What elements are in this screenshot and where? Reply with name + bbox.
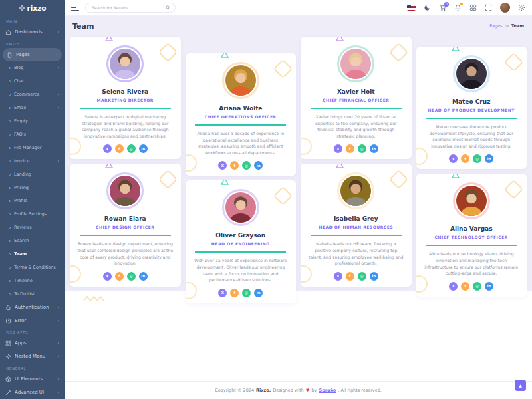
sidebar-item-authentication[interactable]: Authentication› [0, 301, 65, 314]
sidebar-item-ecommerce[interactable]: Ecommerce› [0, 88, 65, 101]
facebook-icon[interactable]: f [346, 272, 354, 281]
x-icon[interactable]: X [103, 272, 112, 281]
chevron-icon: › [55, 54, 59, 56]
linkedin-icon[interactable]: in [370, 272, 378, 281]
x-icon[interactable]: X [449, 154, 458, 163]
sidebar-item-chat[interactable]: Chat [0, 74, 65, 88]
sidebar-item-file-manager[interactable]: File Manager [0, 141, 65, 154]
sidebar-subitem-label: Email [14, 105, 26, 110]
sidebar-item-team[interactable]: Team [0, 247, 65, 261]
sidebar-item-search[interactable]: Search [0, 234, 65, 247]
sidebar-item-ui-elements[interactable]: UI Elements› [0, 372, 65, 386]
social-links: Xf◎in [422, 282, 521, 291]
cards-column-1: Selena RiveraMarketing DirectorSelena is… [70, 37, 181, 308]
x-icon[interactable]: X [218, 289, 227, 297]
x-icon[interactable]: X [449, 282, 458, 291]
sidebar-item-terms-conditions[interactable]: Terms & Conditions [0, 261, 65, 274]
sidebar-item-faq-s[interactable]: FAQ's [0, 128, 65, 141]
instagram-icon[interactable]: ◎ [127, 272, 136, 281]
linkedin-icon[interactable]: in [254, 289, 263, 297]
language-flag-icon[interactable] [407, 5, 416, 11]
sidebar-section-label: PAGES [0, 39, 65, 48]
bullet-icon [9, 107, 11, 109]
x-icon[interactable]: X [103, 144, 112, 153]
sidebar-item-landing[interactable]: Landing [0, 168, 65, 181]
bullet-icon [9, 240, 11, 242]
instagram-icon[interactable]: ◎ [473, 154, 481, 163]
team-member-card: Xavier HoltChief Financial OfficerXavier… [301, 37, 412, 159]
sidebar-item-apps[interactable]: Apps› [0, 336, 65, 350]
linkedin-icon[interactable]: in [139, 144, 148, 153]
facebook-icon[interactable]: f [115, 144, 124, 153]
brand-name: rixzo [27, 4, 47, 12]
linkedin-icon[interactable]: in [370, 144, 378, 153]
gear-icon [5, 354, 11, 360]
footer-by: by [311, 388, 317, 393]
cart-badge: 0 [444, 2, 449, 7]
x-icon[interactable]: X [334, 144, 342, 153]
brand-logo[interactable]: rixzo [0, 0, 65, 16]
facebook-icon[interactable]: f [115, 272, 124, 281]
notifications-bell-icon[interactable] [454, 4, 462, 11]
settings-gear-icon[interactable] [518, 4, 525, 11]
facebook-icon[interactable]: f [230, 161, 239, 170]
footer-link[interactable]: Spruko [319, 388, 336, 393]
team-member-card: Alina VargasChief Technology OfficerAlin… [416, 174, 527, 296]
instagram-icon[interactable]: ◎ [358, 272, 366, 281]
sidebar-item-invoice[interactable]: Invoice› [0, 154, 65, 168]
facebook-icon[interactable]: f [230, 289, 239, 297]
sidebar-item-profile-settings[interactable]: Profile Settings [0, 207, 65, 221]
sidebar-item-empty[interactable]: Empty [0, 114, 65, 128]
sidebar-item-error[interactable]: Error› [0, 314, 65, 327]
team-cards-grid: Selena RiveraMarketing DirectorSelena is… [65, 36, 532, 308]
chevron-icon: › [57, 159, 59, 164]
sidebar-item-timeline[interactable]: Timeline [0, 274, 65, 287]
instagram-icon[interactable]: ◎ [242, 289, 251, 297]
user-avatar[interactable] [500, 3, 510, 13]
dark-mode-moon-icon[interactable] [424, 4, 431, 11]
facebook-icon[interactable]: f [346, 144, 354, 153]
sidebar-item-label: UI Elements [15, 376, 43, 382]
x-icon[interactable]: X [218, 161, 227, 170]
sidebar-item-dashboards[interactable]: Dashboards› [0, 25, 65, 39]
linkedin-icon[interactable]: in [485, 282, 493, 291]
breadcrumb-section[interactable]: Pages [489, 23, 502, 29]
search-icon[interactable] [166, 5, 170, 10]
cart-icon[interactable]: 0 [439, 4, 446, 11]
instagram-icon[interactable]: ◎ [358, 144, 366, 153]
sidebar-subitem-label: Search [14, 238, 29, 243]
sidebar-subitem-label: Blog [14, 65, 23, 70]
hamburger-menu-icon[interactable] [71, 5, 79, 11]
chevron-icon: › [57, 354, 59, 359]
instagram-icon[interactable]: ◎ [242, 161, 251, 170]
chevron-icon: › [57, 92, 59, 97]
sidebar-item-nested-menu[interactable]: Nested Menu› [0, 350, 65, 363]
sidebar-item-email[interactable]: Email› [0, 101, 65, 114]
member-avatar [106, 45, 144, 82]
fullscreen-icon[interactable] [485, 4, 492, 11]
search-input[interactable] [90, 5, 166, 11]
linkedin-icon[interactable]: in [139, 272, 148, 281]
sidebar-item-pricing[interactable]: Pricing [0, 181, 65, 194]
member-role: Chief Operations Officer [192, 114, 291, 119]
sidebar-item-blog[interactable]: Blog› [0, 61, 65, 74]
linkedin-icon[interactable]: in [254, 161, 263, 170]
facebook-icon[interactable]: f [461, 154, 469, 163]
square-decoration [158, 43, 178, 63]
instagram-icon[interactable]: ◎ [127, 144, 136, 153]
sidebar-item-profile[interactable]: Profile [0, 194, 65, 207]
sidebar-item-advanced-ui[interactable]: Advanced UI› [0, 386, 65, 399]
sidebar-subitem-label: Team [14, 251, 27, 257]
x-icon[interactable]: X [334, 272, 342, 281]
linkedin-icon[interactable]: in [485, 154, 493, 163]
apps-grid-icon[interactable] [469, 4, 477, 11]
sidebar-item-to-do-list[interactable]: To Do List [0, 287, 65, 301]
instagram-icon[interactable]: ◎ [473, 282, 481, 291]
sidebar-item-pages[interactable]: Pages› [3, 48, 62, 61]
sidebar-item-label: Authentication [15, 305, 49, 310]
facebook-icon[interactable]: f [461, 282, 469, 291]
breadcrumb: Pages → Team [489, 23, 524, 29]
member-name: Xavier Holt [307, 88, 406, 95]
scroll-to-top-button[interactable]: ▲ [515, 380, 526, 391]
sidebar-item-reviews[interactable]: Reviews [0, 221, 65, 234]
